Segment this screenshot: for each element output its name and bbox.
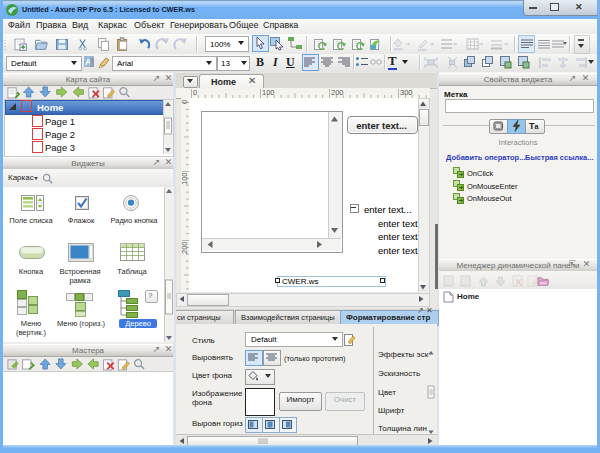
svg-text:300: 300 — [400, 88, 413, 97]
svg-text:100: 100 — [180, 172, 189, 185]
svg-text:0: 0 — [193, 88, 197, 97]
svg-text:100: 100 — [262, 88, 275, 97]
svg-text:0: 0 — [180, 100, 189, 104]
svg-text:200: 200 — [331, 88, 344, 97]
svg-text:200: 200 — [180, 241, 189, 254]
